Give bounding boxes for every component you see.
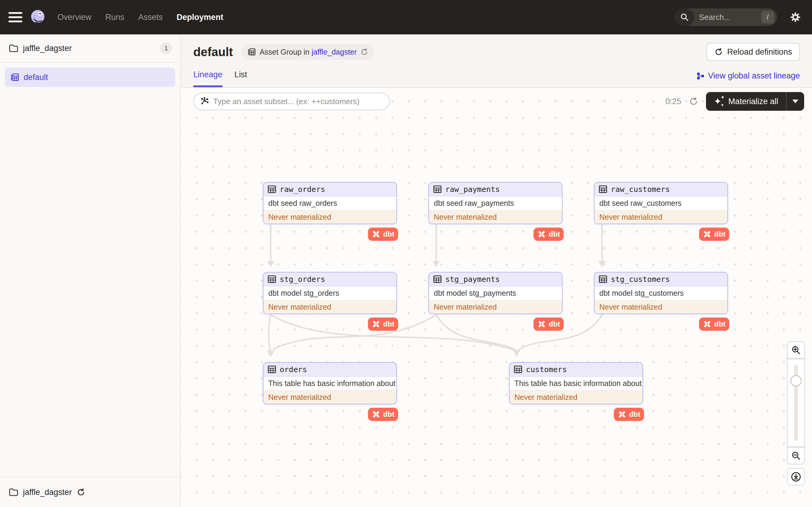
asset-description: This table has basic information about .…	[263, 377, 396, 390]
graph-query-icon	[200, 97, 209, 106]
dbt-badge[interactable]: dbt	[368, 228, 398, 241]
lineage-graph-icon	[697, 72, 704, 80]
asset-node-customers[interactable]: customers This table has basic informati…	[509, 362, 643, 404]
asset-subset-input[interactable]	[213, 97, 383, 106]
asset-node-raw-customers[interactable]: raw_customers dbt seed raw_customers Nev…	[594, 182, 728, 224]
asset-name: orders	[280, 365, 307, 374]
table-icon	[433, 275, 442, 283]
asset-status: Never materialized	[595, 210, 727, 224]
asset-name: raw_orders	[280, 185, 325, 194]
dbt-badge-label: dbt	[549, 230, 560, 238]
asset-node-stg-orders[interactable]: stg_orders dbt model stg_orders Never ma…	[263, 272, 397, 314]
tab-lineage[interactable]: Lineage	[193, 70, 222, 87]
dbt-badge[interactable]: dbt	[534, 318, 564, 331]
search-placeholder: Search...	[699, 13, 761, 22]
asset-name: stg_orders	[280, 275, 325, 284]
sidebar-repo-count-badge: 1	[160, 42, 172, 54]
asset-description: dbt model stg_customers	[595, 286, 727, 300]
asset-group-header: default Asset Group in jaffle_dagster	[181, 35, 812, 88]
asset-description: dbt seed raw_orders	[263, 196, 396, 210]
primary-nav: Overview Runs Assets Deployment	[57, 13, 223, 22]
asset-status: Never materialized	[263, 210, 396, 224]
table-icon	[514, 365, 522, 374]
asset-group-tag: Asset Group in jaffle_dagster	[241, 44, 374, 60]
asset-node-stg-customers[interactable]: stg_customers dbt model stg_customers Ne…	[594, 272, 728, 314]
asset-name: stg_customers	[611, 275, 670, 284]
sidebar-footer-repo-label: jaffle_dagster	[23, 488, 72, 497]
download-image-button[interactable]	[787, 468, 805, 486]
dbt-badge-label: dbt	[549, 320, 560, 328]
dbt-badge[interactable]: dbt	[699, 228, 729, 241]
sidebar-group-label: default	[23, 73, 48, 82]
materialize-all-split-button: ✦✦✦ Materialize all	[706, 92, 804, 111]
sidebar-item-default-group[interactable]: default	[5, 68, 175, 87]
dbt-badge-label: dbt	[383, 230, 394, 238]
reload-repo-icon[interactable]	[77, 488, 85, 496]
asset-status: Never materialized	[429, 300, 562, 314]
asset-status: Never materialized	[263, 300, 396, 314]
dagster-logo-icon[interactable]	[30, 9, 47, 25]
settings-gear-icon[interactable]	[790, 12, 801, 22]
search-shortcut-badge: /	[761, 11, 774, 23]
asset-group-icon	[10, 73, 19, 82]
asset-subset-filter[interactable]	[193, 93, 390, 110]
menu-icon[interactable]	[8, 12, 22, 22]
folder-icon	[9, 44, 18, 52]
chevron-down-icon	[792, 100, 798, 103]
asset-description: dbt seed raw_payments	[429, 196, 562, 210]
search-icon	[675, 8, 694, 26]
asset-description: dbt model stg_orders	[263, 286, 396, 300]
reload-group-icon[interactable]	[360, 48, 368, 56]
dbt-badge[interactable]: dbt	[534, 228, 564, 241]
table-icon	[599, 275, 607, 283]
asset-status: Never materialized	[595, 300, 727, 314]
asset-description: This table has basic information about .…	[510, 377, 643, 390]
folder-icon	[9, 488, 18, 496]
asset-name: stg_payments	[445, 275, 500, 284]
refresh-timer: 0:25	[665, 97, 681, 106]
materialize-all-button[interactable]: ✦✦✦ Materialize all	[706, 92, 786, 111]
reload-definitions-button[interactable]: Reload definitions	[707, 43, 800, 61]
nav-item-deployment[interactable]: Deployment	[177, 13, 223, 22]
nav-item-overview[interactable]: Overview	[57, 13, 92, 22]
table-icon	[268, 275, 276, 283]
asset-node-raw-payments[interactable]: raw_payments dbt seed raw_payments Never…	[428, 182, 562, 224]
sparkles-icon: ✦✦✦	[714, 96, 724, 107]
asset-node-stg-payments[interactable]: stg_payments dbt model stg_payments Neve…	[428, 272, 562, 314]
asset-node-orders[interactable]: orders This table has basic information …	[263, 362, 397, 404]
view-global-label: View global asset lineage	[708, 71, 800, 80]
dbt-badge[interactable]: dbt	[368, 408, 398, 421]
table-icon	[433, 185, 442, 193]
refresh-icon[interactable]	[689, 97, 698, 106]
lineage-canvas[interactable]: 0:25 ✦✦✦ Materialize all raw_orders dbt …	[181, 88, 812, 507]
zoom-slider[interactable]	[787, 359, 805, 447]
view-global-asset-lineage-link[interactable]: View global asset lineage	[697, 71, 800, 87]
dbt-badge-label: dbt	[714, 230, 725, 238]
materialize-options-dropdown[interactable]	[786, 92, 804, 111]
dbt-badge[interactable]: dbt	[368, 318, 398, 331]
asset-status: Never materialized	[429, 210, 562, 224]
table-icon	[268, 365, 276, 374]
canvas-zoom-controls	[787, 341, 805, 486]
zoom-in-button[interactable]	[787, 341, 805, 359]
tab-list[interactable]: List	[235, 70, 247, 87]
zoom-slider-thumb[interactable]	[790, 375, 802, 387]
asset-node-raw-orders[interactable]: raw_orders dbt seed raw_orders Never mat…	[263, 182, 397, 224]
top-navigation-bar: Overview Runs Assets Deployment Search..…	[0, 0, 812, 35]
dbt-badge[interactable]: dbt	[699, 318, 729, 331]
page-title: default	[193, 45, 233, 59]
dbt-badge[interactable]: dbt	[614, 408, 644, 421]
asset-status: Never materialized	[510, 390, 643, 404]
asset-name: raw_customers	[611, 185, 670, 194]
sidebar-footer-repo: jaffle_dagster	[0, 477, 180, 507]
table-icon	[268, 185, 276, 193]
asset-group-tag-text: Asset Group in	[259, 48, 309, 56]
asset-status: Never materialized	[263, 390, 396, 404]
nav-item-runs[interactable]: Runs	[105, 13, 124, 22]
global-search-input[interactable]: Search... /	[675, 8, 777, 26]
sidebar-repo-jaffle-dagster[interactable]: jaffle_dagster 1	[0, 35, 180, 63]
asset-group-repo-link[interactable]: jaffle_dagster	[311, 48, 357, 56]
nav-item-assets[interactable]: Assets	[138, 13, 163, 22]
asset-group-icon	[247, 48, 256, 56]
zoom-out-button[interactable]	[787, 447, 805, 464]
